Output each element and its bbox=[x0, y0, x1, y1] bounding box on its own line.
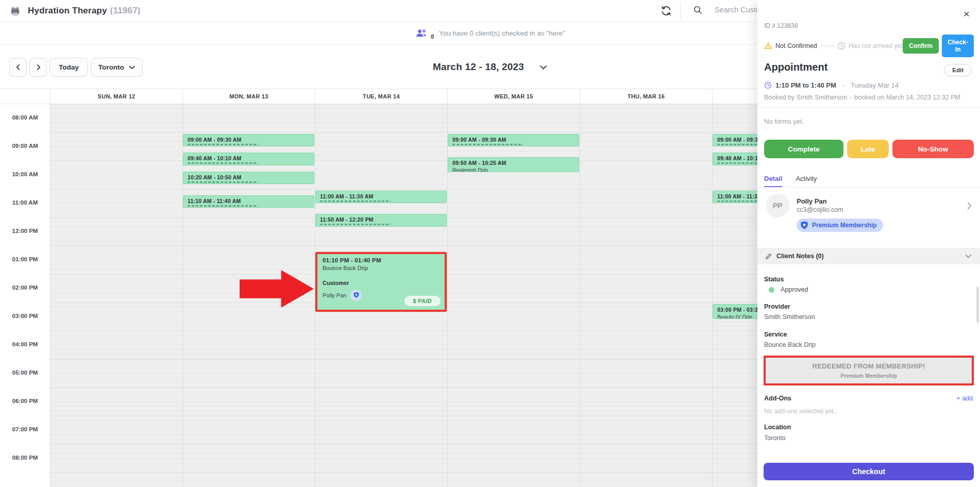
calendar-event[interactable]: 11:00 AM - 11:30 AM bbox=[713, 191, 757, 204]
prev-week-button[interactable] bbox=[9, 58, 27, 77]
client-notes-accordion[interactable]: Client Notes (0) bbox=[757, 248, 980, 264]
today-button[interactable]: Today bbox=[49, 58, 88, 77]
event-clipped-text bbox=[188, 181, 258, 183]
redeemed-title: REDEEMED FROM MEMBERSHIP! bbox=[812, 362, 925, 370]
raccoon-logo-icon bbox=[9, 5, 21, 17]
calendar-event[interactable]: 09:40 AM - 10:10 AM bbox=[713, 153, 757, 165]
calendar-event[interactable]: 09:00 AM - 09:30 AM bbox=[448, 134, 579, 147]
clock-icon-blue bbox=[764, 81, 772, 89]
header-divider bbox=[680, 3, 681, 20]
arrival-status: Has not arrived yet bbox=[849, 42, 903, 49]
membership-shield-icon bbox=[350, 290, 362, 301]
day-header: MON, MAR 13 bbox=[182, 89, 315, 104]
event-clipped-text bbox=[320, 224, 391, 225]
calendar-grid: 08:00 AM09:00 AM10:00 AM11:00 AM12:00 PM… bbox=[0, 104, 757, 487]
event-clipped-text bbox=[188, 205, 258, 207]
time-label: 10:00 AM bbox=[0, 171, 50, 177]
panel-scrollbar[interactable] bbox=[976, 287, 979, 323]
event-time: 10:20 AM - 10:50 AM bbox=[188, 174, 310, 180]
people-icon bbox=[415, 28, 429, 38]
addons-label: Add-Ons bbox=[764, 395, 791, 402]
page-title: Hydration Therapy(11967) bbox=[28, 6, 141, 16]
appointment-id: ID # 123838 bbox=[764, 22, 798, 29]
event-time: 09:00 AM - 09:30 AM bbox=[188, 137, 310, 143]
calendar-event[interactable]: 11:00 AM - 11:30 AM bbox=[315, 191, 447, 204]
next-week-button[interactable] bbox=[29, 58, 47, 77]
time-label: 07:00 PM bbox=[0, 426, 50, 432]
location-dropdown[interactable]: Toronto bbox=[91, 58, 143, 77]
redeemed-membership-banner: REDEEMED FROM MEMBERSHIP! Premium Member… bbox=[764, 356, 974, 385]
calendar-event[interactable]: 09:00 AM - 09:30 AM bbox=[713, 134, 757, 147]
app: Hydration Therapy(11967) 0 You have 0 cl… bbox=[0, 0, 980, 487]
time-label: 03:00 PM bbox=[0, 313, 50, 319]
selected-calendar-event[interactable]: 01:10 PM - 01:40 PMBounce Back DripCusto… bbox=[315, 252, 447, 312]
event-clipped-text bbox=[452, 144, 523, 145]
tab-detail[interactable]: Detail bbox=[764, 172, 782, 187]
event-time: 09:50 AM - 10:25 AM bbox=[452, 160, 575, 166]
day-header: THU, MAR 16 bbox=[580, 89, 712, 104]
service-value: Bounce Back Drip bbox=[764, 341, 816, 348]
event-clipped-text bbox=[188, 144, 258, 145]
close-icon[interactable]: × bbox=[961, 6, 972, 21]
edit-button[interactable]: Edit bbox=[944, 64, 972, 76]
date-range-chevron-down-icon[interactable] bbox=[539, 65, 547, 70]
calendar-event[interactable]: 09:40 AM - 10:10 AM bbox=[183, 153, 314, 165]
paid-badge: $ PAID bbox=[404, 296, 441, 306]
late-button[interactable]: Late bbox=[847, 140, 889, 158]
column-separator bbox=[50, 104, 50, 487]
search-icon bbox=[693, 5, 702, 14]
add-addon-link[interactable]: + add bbox=[956, 395, 973, 402]
checkout-button[interactable]: Checkout bbox=[764, 463, 974, 480]
status-label: Status bbox=[764, 276, 784, 283]
client-name: Polly Pan bbox=[797, 197, 827, 205]
client-card[interactable]: PP Polly Pan cc3@cojilio.com Premium Mem… bbox=[757, 193, 980, 239]
event-time: 11:10 AM - 11:40 AM bbox=[188, 198, 310, 204]
calendar-event[interactable]: 10:20 AM - 10:50 AM bbox=[183, 172, 314, 184]
calendar-event[interactable]: 11:10 AM - 11:40 AM bbox=[183, 195, 314, 208]
check-in-button[interactable]: Check-In bbox=[942, 35, 974, 57]
chevron-right-icon[interactable] bbox=[967, 202, 972, 210]
event-customer-label: Customer bbox=[323, 280, 440, 286]
location-value: Toronto bbox=[764, 434, 786, 442]
event-time: 09:00 AM - 09:30 AM bbox=[717, 137, 757, 143]
location-label: Location bbox=[764, 424, 791, 431]
client-notes-label: Client Notes (0) bbox=[776, 253, 824, 260]
time-label: 06:00 PM bbox=[0, 398, 50, 404]
dot-separator bbox=[840, 80, 847, 90]
chevron-down-icon[interactable] bbox=[965, 254, 972, 259]
calendar-event[interactable]: 09:00 AM - 09:30 AM bbox=[183, 134, 314, 147]
forms-status: No forms yet. bbox=[764, 117, 804, 125]
client-email: cc3@cojilio.com bbox=[797, 206, 843, 213]
event-time: 09:00 AM - 09:30 AM bbox=[452, 137, 575, 143]
calendar-event[interactable]: 03:00 PM - 03:35 PMBeauty IV Drip bbox=[713, 304, 757, 319]
panel-title: Appointment bbox=[764, 61, 827, 73]
time-label: 05:00 PM bbox=[0, 370, 50, 376]
divider bbox=[757, 107, 980, 107]
no-show-button[interactable]: No-Show bbox=[892, 140, 974, 158]
confirm-button[interactable]: Confirm bbox=[903, 38, 939, 54]
event-time: 09:40 AM - 10:10 AM bbox=[717, 155, 757, 161]
calendar-columns: 09:00 AM - 09:30 AM09:40 AM - 10:10 AM10… bbox=[50, 104, 757, 487]
complete-button[interactable]: Complete bbox=[764, 140, 843, 158]
day-header bbox=[712, 89, 757, 104]
event-service: Replenish Drip bbox=[452, 167, 575, 172]
event-time: 11:00 AM - 11:30 AM bbox=[320, 193, 442, 199]
event-clipped-text bbox=[320, 200, 391, 202]
tab-activity[interactable]: Activity bbox=[796, 172, 817, 187]
calendar-event[interactable]: 09:50 AM - 10:25 AMReplenish Drip bbox=[448, 157, 579, 172]
provider-label: Provider bbox=[764, 303, 790, 310]
refresh-icon[interactable] bbox=[660, 5, 672, 17]
day-header: SUN, MAR 12 bbox=[50, 89, 182, 104]
time-label: 11:00 AM bbox=[0, 199, 50, 206]
event-time: 11:00 AM - 11:30 AM bbox=[717, 193, 757, 199]
calendar-event[interactable]: 11:50 AM - 12:20 PM bbox=[315, 214, 447, 227]
event-service: Bounce Back Drip bbox=[323, 265, 440, 271]
appointment-panel: × ID # 123838 Not Confirmed Has not arri… bbox=[757, 0, 980, 487]
shield-star-icon bbox=[800, 221, 809, 230]
time-label: 12:00 PM bbox=[0, 228, 50, 234]
appointment-time: 1:10 PM to 1:40 PM bbox=[775, 81, 836, 89]
time-label: 08:00 AM bbox=[0, 114, 50, 121]
event-clipped-text bbox=[188, 162, 258, 164]
status-dot-icon bbox=[769, 287, 774, 293]
status-connector bbox=[821, 45, 834, 46]
